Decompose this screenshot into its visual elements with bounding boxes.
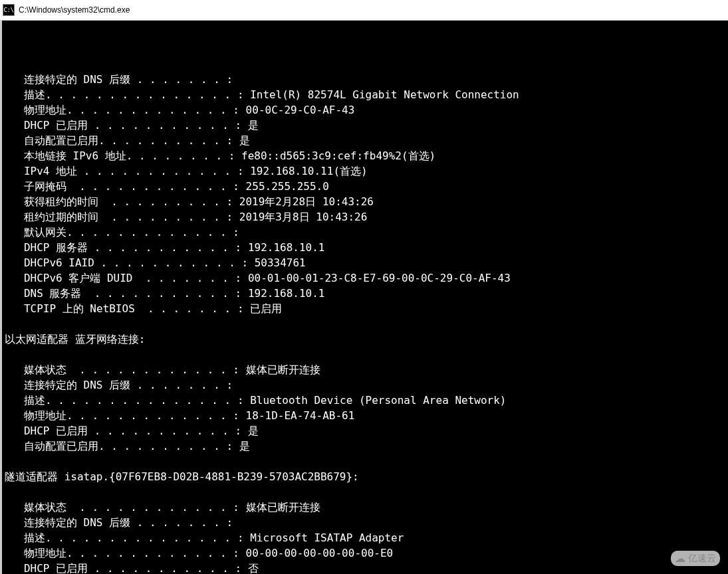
adapter1-line: 描述. . . . . . . . . . . . . . . : Intel(…: [5, 87, 728, 102]
adapter1-line: IPv4 地址 . . . . . . . . . . . . : 192.16…: [5, 163, 728, 179]
adapter2-line: 连接特定的 DNS 后缀 . . . . . . . :: [5, 377, 728, 393]
cloud-icon: ☁: [675, 552, 685, 565]
adapter1-line: 租约过期的时间 . . . . . . . . . : 2019年3月8日 10…: [5, 209, 728, 225]
adapter1-line: 子网掩码 . . . . . . . . . . . . : 255.255.2…: [5, 179, 728, 194]
adapter1-line: TCPIP 上的 NetBIOS . . . . . . . : 已启用: [5, 301, 728, 316]
blank-line: [5, 484, 728, 500]
adapter1-line: DNS 服务器 . . . . . . . . . . . : 192.168.…: [5, 286, 728, 301]
adapter1-line: 获得租约的时间 . . . . . . . . . : 2019年2月28日 1…: [5, 194, 728, 209]
adapter1-line: 自动配置已启用. . . . . . . . . . : 是: [5, 133, 728, 148]
adapter3-title: 隧道适配器 isatap.{07F67EB8-D02B-4881-B239-57…: [5, 469, 728, 484]
watermark: ☁ 亿速云: [671, 551, 720, 566]
terminal-output[interactable]: 连接特定的 DNS 后缀 . . . . . . . : 描述. . . . .…: [0, 21, 728, 574]
blank-line: [5, 347, 728, 362]
adapter2-line: DHCP 已启用 . . . . . . . . . . . : 是: [5, 423, 728, 438]
cmd-window: C:\ C:\Windows\system32\cmd.exe 连接特定的 DN…: [0, 0, 728, 574]
titlebar[interactable]: C:\ C:\Windows\system32\cmd.exe: [0, 0, 728, 21]
adapter1-line: 默认网关. . . . . . . . . . . . . :: [5, 225, 728, 240]
adapter2-line: 媒体状态 . . . . . . . . . . . . : 媒体已断开连接: [5, 362, 728, 377]
adapter3-line: 描述. . . . . . . . . . . . . . . : Micros…: [5, 530, 728, 545]
cmd-icon: C:\: [3, 4, 15, 16]
adapter3-line: 连接特定的 DNS 后缀 . . . . . . . :: [5, 515, 728, 530]
adapter1-line: DHCP 已启用 . . . . . . . . . . . : 是: [5, 118, 728, 133]
adapter2-line: 自动配置已启用. . . . . . . . . . : 是: [5, 438, 728, 454]
adapter3-line: 媒体状态 . . . . . . . . . . . . : 媒体已断开连接: [5, 500, 728, 515]
adapter2-title: 以太网适配器 蓝牙网络连接:: [5, 332, 728, 347]
adapter2-line: 物理地址. . . . . . . . . . . . . : 18-1D-EA…: [5, 408, 728, 423]
adapter1-line: DHCP 服务器 . . . . . . . . . . . : 192.168…: [5, 240, 728, 255]
adapter1-line: 本地链接 IPv6 地址. . . . . . . . : fe80::d565…: [5, 148, 728, 163]
adapter1-line: 连接特定的 DNS 后缀 . . . . . . . :: [5, 72, 728, 87]
adapter3-line: DHCP 已启用 . . . . . . . . . . . : 否: [5, 561, 728, 574]
adapter1-line: DHCPv6 客户端 DUID . . . . . . . : 00-01-00…: [5, 270, 728, 286]
adapter3-line: 物理地址. . . . . . . . . . . . . : 00-00-00…: [5, 545, 728, 561]
adapter2-line: 描述. . . . . . . . . . . . . . . : Blueto…: [5, 393, 728, 408]
window-title: C:\Windows\system32\cmd.exe: [19, 5, 130, 15]
blank-line: [5, 316, 728, 332]
adapter1-line: 物理地址. . . . . . . . . . . . . : 00-0C-29…: [5, 102, 728, 118]
blank-line: [5, 454, 728, 469]
watermark-text: 亿速云: [688, 553, 716, 565]
adapter1-line: DHCPv6 IAID . . . . . . . . . . . : 5033…: [5, 255, 728, 270]
